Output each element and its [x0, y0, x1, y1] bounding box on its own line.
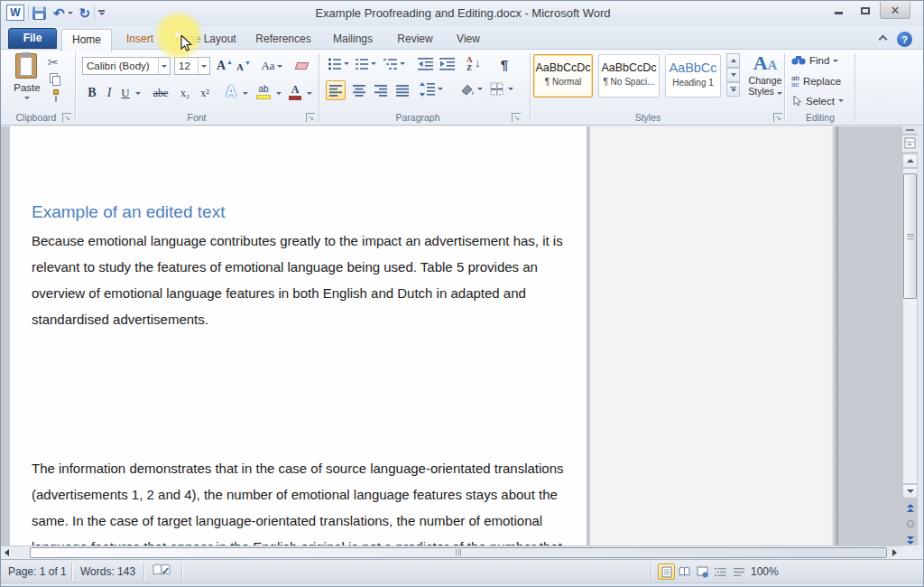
- view-print-layout-button[interactable]: [658, 564, 675, 580]
- view-web-layout-button[interactable]: [694, 564, 711, 580]
- borders-button[interactable]: [490, 82, 504, 100]
- scroll-down-button[interactable]: [902, 484, 918, 498]
- editing-group-label: Editing: [786, 112, 855, 123]
- font-dialog-launcher-icon[interactable]: ↘: [306, 113, 315, 122]
- styles-more-icon[interactable]: [726, 82, 740, 97]
- font-name-combo[interactable]: Calibri (Body): [82, 57, 171, 75]
- zoom-level[interactable]: 100%: [751, 565, 779, 578]
- next-page-preview[interactable]: [590, 126, 837, 545]
- bullets-button[interactable]: [328, 57, 342, 75]
- text-effects-button[interactable]: A: [221, 82, 241, 102]
- maximize-button[interactable]: [853, 2, 878, 19]
- shrink-font-button[interactable]: A▼: [236, 58, 252, 75]
- bold-button[interactable]: B: [84, 84, 100, 102]
- horizontal-scrollbar[interactable]: [1, 545, 902, 559]
- justify-button[interactable]: [393, 80, 412, 100]
- font-size-combo[interactable]: 12: [174, 57, 210, 75]
- increase-indent-button[interactable]: [439, 57, 455, 75]
- split-handle[interactable]: [902, 126, 918, 135]
- multilevel-list-button[interactable]: [383, 57, 398, 75]
- font-color-button[interactable]: A: [286, 82, 304, 102]
- paragraph-dialog-launcher-icon[interactable]: ↘: [512, 113, 521, 122]
- shading-button[interactable]: [459, 82, 476, 100]
- style-normal[interactable]: AaBbCcDc ¶ Normal: [533, 54, 593, 98]
- style-no-spacing[interactable]: AaBbCcDc ¶ No Spaci...: [598, 54, 660, 98]
- sort-button[interactable]: A Z ↓: [467, 55, 486, 73]
- borders-dropdown-icon[interactable]: [508, 88, 513, 90]
- select-button[interactable]: Select: [791, 95, 844, 107]
- font-color-dropdown-icon[interactable]: [307, 92, 312, 95]
- view-draft-button[interactable]: [730, 564, 747, 580]
- paste-label[interactable]: Paste: [6, 82, 48, 93]
- scroll-right-icon[interactable]: [892, 549, 897, 556]
- view-full-screen-reading-button[interactable]: [676, 564, 693, 580]
- subscript-button[interactable]: x₂: [176, 84, 194, 102]
- line-spacing-dropdown-icon[interactable]: [438, 88, 443, 90]
- tab-insert[interactable]: Insert: [116, 29, 163, 49]
- help-icon[interactable]: ?: [897, 32, 912, 47]
- styles-scroll-up-icon[interactable]: [726, 53, 740, 68]
- tab-view[interactable]: View: [448, 29, 488, 49]
- styles-scroll-down-icon[interactable]: [726, 68, 740, 82]
- close-button[interactable]: ✕: [880, 2, 910, 19]
- clipboard-icon: [15, 53, 37, 79]
- bullets-dropdown-icon[interactable]: [344, 62, 349, 65]
- superscript-button[interactable]: x²: [196, 84, 214, 102]
- underline-dropdown-icon[interactable]: [135, 92, 141, 95]
- binoculars-icon: [791, 55, 806, 66]
- word-count[interactable]: Words: 143: [80, 565, 135, 578]
- numbering-button[interactable]: [355, 57, 369, 72]
- underline-button[interactable]: U: [118, 84, 133, 102]
- view-outline-button[interactable]: [712, 564, 729, 580]
- cut-icon[interactable]: ✂: [48, 55, 59, 70]
- style-heading1[interactable]: AaBbCc Heading 1: [665, 54, 721, 98]
- tab-mailings[interactable]: Mailings: [326, 29, 380, 49]
- paste-dropdown-icon[interactable]: [24, 97, 30, 99]
- select-browse-object-button[interactable]: [902, 517, 918, 531]
- align-right-button[interactable]: [371, 80, 391, 100]
- find-button[interactable]: Find: [791, 55, 838, 66]
- tab-references[interactable]: References: [254, 29, 313, 49]
- change-case-button[interactable]: Aa: [259, 57, 284, 75]
- page-indicator[interactable]: Page: 1 of 1: [8, 565, 67, 578]
- tab-file[interactable]: File: [8, 28, 57, 49]
- format-painter-icon[interactable]: [50, 89, 62, 102]
- italic-button[interactable]: I: [102, 84, 116, 102]
- show-hide-pilcrow-button[interactable]: ¶: [495, 55, 513, 73]
- minimize-button[interactable]: [826, 2, 851, 19]
- ribbon: Paste ✂ Clipboard ↘ Calibri (Body) 12 A▲…: [1, 50, 924, 126]
- document-page[interactable]: Example of an edited text Because emotio…: [10, 126, 588, 545]
- decrease-indent-button[interactable]: [418, 57, 433, 75]
- change-styles-button[interactable]: AA Change Styles: [746, 51, 784, 111]
- grow-font-button[interactable]: A▲: [216, 57, 234, 75]
- previous-page-button[interactable]: [902, 500, 918, 515]
- proofing-status-button[interactable]: ✓: [152, 564, 174, 579]
- strikethrough-button[interactable]: abe: [149, 84, 172, 102]
- styles-dialog-launcher-icon[interactable]: ↘: [773, 113, 782, 122]
- highlight-dropdown-icon[interactable]: [276, 92, 282, 95]
- text-effects-dropdown-icon[interactable]: [243, 92, 248, 95]
- tab-home[interactable]: Home: [61, 29, 112, 51]
- clear-formatting-button[interactable]: [291, 57, 311, 75]
- scroll-up-button[interactable]: [902, 154, 918, 168]
- clipboard-dialog-launcher-icon[interactable]: ↘: [62, 113, 71, 122]
- tab-review[interactable]: Review: [391, 29, 439, 49]
- view-ruler-button[interactable]: [902, 135, 918, 152]
- numbering-dropdown-icon[interactable]: [371, 62, 376, 65]
- horizontal-scrollbar-thumb[interactable]: [30, 547, 887, 558]
- highlight-button[interactable]: ab: [254, 82, 273, 102]
- multilevel-dropdown-icon[interactable]: [400, 62, 405, 65]
- scroll-left-icon[interactable]: [5, 549, 9, 556]
- align-center-button[interactable]: [349, 80, 369, 100]
- copy-icon[interactable]: [50, 73, 61, 86]
- minimize-ribbon-icon[interactable]: [879, 35, 888, 44]
- vertical-scrollbar-thumb[interactable]: [903, 173, 917, 299]
- divider: [784, 53, 785, 122]
- shading-dropdown-icon[interactable]: [477, 88, 483, 90]
- next-page-button[interactable]: [902, 533, 918, 547]
- line-spacing-button[interactable]: [420, 82, 435, 100]
- align-left-button[interactable]: [326, 80, 346, 100]
- paste-button[interactable]: [12, 53, 42, 80]
- replace-button[interactable]: abac Replace: [791, 75, 841, 88]
- tab-page-layout[interactable]: Page Layout: [167, 29, 245, 49]
